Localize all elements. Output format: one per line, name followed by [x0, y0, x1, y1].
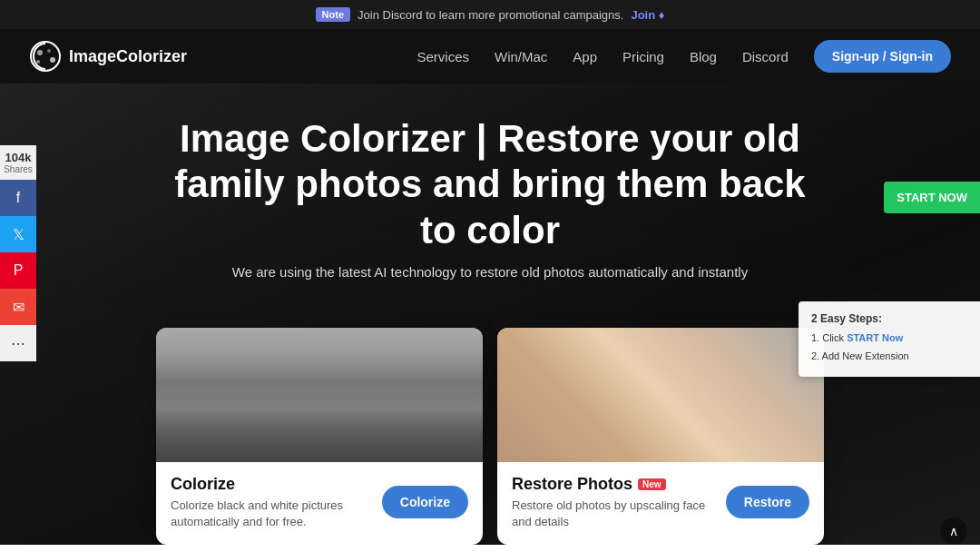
nav-links: Services Win/Mac App Pricing Blog Discor… [416, 40, 951, 73]
nav-app[interactable]: App [573, 49, 597, 64]
logo-icon [29, 40, 62, 73]
top-banner: Note Join Discord to learn more promotio… [0, 0, 980, 29]
svg-point-2 [47, 49, 51, 53]
colorize-card-image [156, 328, 483, 462]
colorize-card-info: Colorize Colorize black and white pictur… [171, 475, 371, 530]
colorize-title: Colorize [171, 475, 235, 494]
step1-link[interactable]: START Now [847, 332, 903, 343]
steps-title: 2 Easy Steps: [811, 312, 967, 325]
banner-message: Join Discord to learn more promotional c… [358, 8, 623, 22]
nav-services[interactable]: Services [416, 49, 469, 64]
share-label: Shares [0, 164, 36, 174]
social-bar: 104k Shares f 𝕏 P ✉ ⋯ [0, 145, 36, 361]
logo[interactable]: ImageColorizer [29, 40, 187, 73]
more-share-button[interactable]: ⋯ [0, 325, 36, 361]
banner-link[interactable]: Join ♦ [631, 8, 664, 22]
colorize-desc: Colorize black and white pictures automa… [171, 498, 371, 530]
hero-subtitle: We are using the latest AI technology to… [232, 264, 748, 280]
step-1: 1. Click START Now [811, 330, 967, 346]
chevron-up-icon: ∧ [949, 524, 958, 538]
restore-card: Restore Photos New Restore old photos by… [497, 328, 824, 545]
pinterest-share-button[interactable]: P [0, 252, 36, 289]
email-share-button[interactable]: ✉ [0, 289, 36, 325]
note-badge: Note [316, 7, 350, 22]
share-number: 104k [0, 151, 36, 164]
scroll-up-indicator[interactable]: ∧ [940, 518, 967, 545]
start-now-button[interactable]: START NOW [884, 182, 980, 213]
colorize-button[interactable]: Colorize [382, 486, 468, 518]
colorize-card-bottom: Colorize Colorize black and white pictur… [156, 462, 483, 545]
navbar: ImageColorizer Services Win/Mac App Pric… [0, 29, 980, 84]
restore-title: Restore Photos [512, 475, 632, 494]
restore-button[interactable]: Restore [726, 486, 809, 518]
nav-pricing[interactable]: Pricing [622, 49, 664, 64]
restore-desc: Restore old photos by upscaling face and… [512, 498, 715, 530]
restore-card-image [497, 328, 824, 462]
signin-button[interactable]: Sign-up / Sign-in [814, 40, 951, 73]
twitter-share-button[interactable]: 𝕏 [0, 216, 36, 252]
social-share-count: 104k Shares [0, 145, 36, 180]
colorize-card: Colorize Colorize black and white pictur… [156, 328, 483, 545]
hero-title: Image Colorizer | Restore your old famil… [172, 116, 808, 253]
hero-section: 104k Shares f 𝕏 P ✉ ⋯ Image Colorizer | … [0, 84, 980, 545]
svg-point-0 [31, 42, 60, 71]
facebook-share-button[interactable]: f [0, 180, 36, 216]
restore-title-row: Restore Photos New [512, 475, 715, 494]
hero-content: Image Colorizer | Restore your old famil… [0, 84, 980, 305]
logo-text: ImageColorizer [69, 47, 187, 66]
step-2: 2. Add New Extension [811, 349, 967, 364]
restore-card-info: Restore Photos New Restore old photos by… [512, 475, 715, 530]
new-badge: New [638, 478, 666, 490]
svg-point-4 [36, 60, 40, 64]
restore-card-bottom: Restore Photos New Restore old photos by… [497, 462, 824, 545]
svg-point-1 [37, 50, 43, 55]
svg-point-3 [50, 57, 55, 63]
steps-panel: 2 Easy Steps: 1. Click START Now 2. Add … [799, 301, 980, 377]
colorize-title-row: Colorize [171, 475, 371, 494]
nav-winmac[interactable]: Win/Mac [495, 49, 547, 64]
nav-blog[interactable]: Blog [690, 49, 717, 64]
nav-discord[interactable]: Discord [742, 49, 789, 64]
